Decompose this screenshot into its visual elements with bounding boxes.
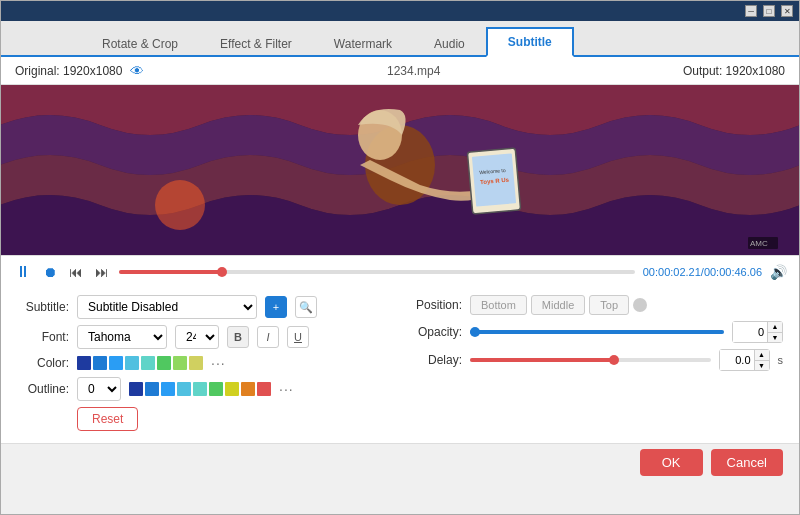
outline-more-button[interactable]: ··· [279, 381, 294, 397]
font-size-select[interactable]: 24 [175, 325, 219, 349]
outline-swatch-3[interactable] [161, 382, 175, 396]
outline-swatch-5[interactable] [193, 382, 207, 396]
position-label: Position: [410, 298, 462, 312]
outline-swatches [129, 382, 271, 396]
delay-label: Delay: [410, 353, 462, 367]
app-window: ─ □ ✕ Rotate & Crop Effect & Filter Wate… [0, 0, 800, 515]
add-subtitle-button[interactable]: + [265, 296, 287, 318]
delay-row: Delay: ▲ ▼ s [410, 349, 783, 371]
subtitle-select[interactable]: Subtitle Disabled [77, 295, 257, 319]
bold-button[interactable]: B [227, 326, 249, 348]
eye-icon[interactable]: 👁 [130, 63, 144, 79]
underline-button[interactable]: U [287, 326, 309, 348]
opacity-input[interactable] [733, 322, 767, 342]
outline-swatch-2[interactable] [145, 382, 159, 396]
reset-button[interactable]: Reset [77, 407, 138, 431]
search-subtitle-button[interactable]: 🔍 [295, 296, 317, 318]
close-button[interactable]: ✕ [781, 5, 793, 17]
settings-area: Subtitle: Subtitle Disabled + 🔍 Font: Ta… [1, 287, 799, 443]
position-indicator [633, 298, 647, 312]
font-row: Font: Tahoma 24 B I U [17, 325, 390, 349]
outline-row: Outline: 0 ··· [17, 377, 390, 401]
font-label: Font: [17, 330, 69, 344]
tab-bar: Rotate & Crop Effect & Filter Watermark … [1, 21, 799, 57]
color-row: Color: ··· [17, 355, 390, 371]
info-bar: Original: 1920x1080 👁 1234.mp4 Output: 1… [1, 57, 799, 85]
opacity-value-input[interactable]: ▲ ▼ [732, 321, 783, 343]
minimize-button[interactable]: ─ [745, 5, 757, 17]
color-swatch-7[interactable] [173, 356, 187, 370]
reset-row: Reset [17, 407, 390, 431]
color-swatch-6[interactable] [157, 356, 171, 370]
title-bar: ─ □ ✕ [1, 1, 799, 21]
progress-bar[interactable] [119, 270, 635, 274]
color-swatch-1[interactable] [77, 356, 91, 370]
outline-swatch-8[interactable] [241, 382, 255, 396]
tab-audio[interactable]: Audio [413, 30, 486, 57]
outline-swatch-4[interactable] [177, 382, 191, 396]
subtitle-row: Subtitle: Subtitle Disabled + 🔍 [17, 295, 390, 319]
position-top-button[interactable]: Top [589, 295, 629, 315]
outline-select[interactable]: 0 [77, 377, 121, 401]
prev-button[interactable]: ⏮ [67, 262, 85, 282]
color-label: Color: [17, 356, 69, 370]
opacity-up-button[interactable]: ▲ [768, 322, 782, 333]
tab-watermark[interactable]: Watermark [313, 30, 413, 57]
svg-point-7 [155, 180, 205, 230]
tab-rotate-crop[interactable]: Rotate & Crop [81, 30, 199, 57]
opacity-label: Opacity: [410, 325, 462, 339]
italic-button[interactable]: I [257, 326, 279, 348]
filename-display: 1234.mp4 [387, 64, 440, 78]
stop-button[interactable]: ⏺ [41, 262, 59, 282]
color-swatches [77, 356, 203, 370]
delay-value-input[interactable]: ▲ ▼ [719, 349, 770, 371]
delay-up-button[interactable]: ▲ [755, 350, 769, 361]
output-resolution: Output: 1920x1080 [683, 64, 785, 78]
pause-button[interactable]: ⏸ [13, 261, 33, 283]
video-frame: Welcome to Toys R Us AMC [1, 85, 799, 255]
outline-swatch-7[interactable] [225, 382, 239, 396]
color-swatch-3[interactable] [109, 356, 123, 370]
delay-input[interactable] [720, 350, 754, 370]
color-swatch-5[interactable] [141, 356, 155, 370]
outline-swatch-1[interactable] [129, 382, 143, 396]
time-display: 00:00:02.21/00:00:46.06 [643, 266, 762, 278]
color-swatch-4[interactable] [125, 356, 139, 370]
cancel-button[interactable]: Cancel [711, 449, 783, 476]
opacity-down-button[interactable]: ▼ [768, 333, 782, 343]
volume-icon[interactable]: 🔊 [770, 264, 787, 280]
outline-swatch-6[interactable] [209, 382, 223, 396]
original-resolution: Original: 1920x1080 [15, 64, 122, 78]
bottom-bar: OK Cancel [1, 443, 799, 481]
next-button[interactable]: ⏭ [93, 262, 111, 282]
position-middle-button[interactable]: Middle [531, 295, 585, 315]
outline-swatch-9[interactable] [257, 382, 271, 396]
opacity-row: Opacity: ▲ ▼ [410, 321, 783, 343]
color-swatch-2[interactable] [93, 356, 107, 370]
opacity-slider[interactable] [470, 330, 724, 334]
position-row: Position: Bottom Middle Top [410, 295, 783, 315]
color-swatch-8[interactable] [189, 356, 203, 370]
controls-bar: ⏸ ⏺ ⏮ ⏭ 00:00:02.21/00:00:46.06 🔊 [1, 255, 799, 287]
svg-text:AMC: AMC [750, 239, 768, 248]
ok-button[interactable]: OK [640, 449, 703, 476]
delay-down-button[interactable]: ▼ [755, 361, 769, 371]
position-group: Bottom Middle Top [470, 295, 647, 315]
color-more-button[interactable]: ··· [211, 355, 226, 371]
maximize-button[interactable]: □ [763, 5, 775, 17]
video-area: Welcome to Toys R Us AMC [1, 85, 799, 255]
delay-slider[interactable] [470, 358, 711, 362]
font-select[interactable]: Tahoma [77, 325, 167, 349]
subtitle-label: Subtitle: [17, 300, 69, 314]
tab-subtitle[interactable]: Subtitle [486, 27, 574, 57]
position-bottom-button[interactable]: Bottom [470, 295, 527, 315]
tab-effect-filter[interactable]: Effect & Filter [199, 30, 313, 57]
outline-label: Outline: [17, 382, 69, 396]
delay-unit-label: s [778, 354, 784, 366]
